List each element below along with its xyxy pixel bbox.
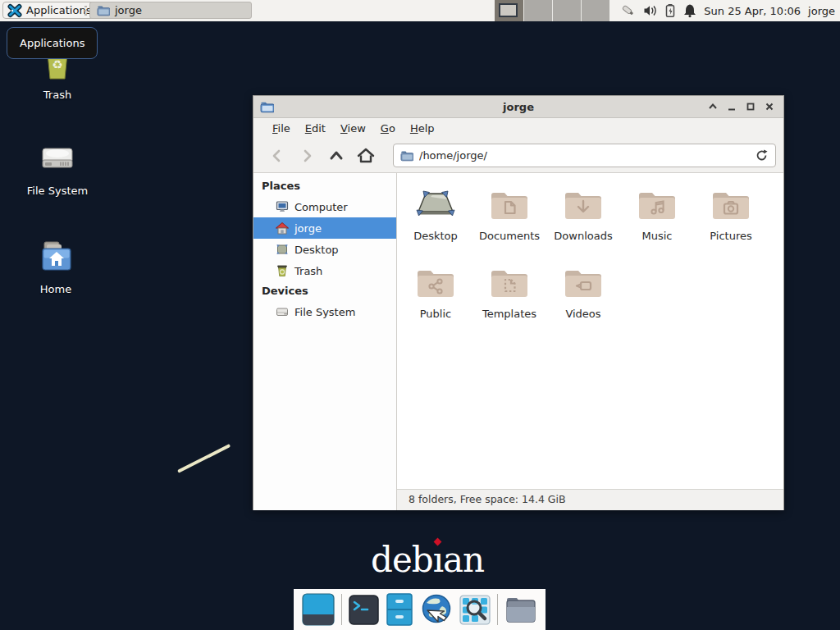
notifications-icon[interactable] bbox=[683, 3, 696, 18]
sidebar-item-computer[interactable]: Computer bbox=[253, 196, 396, 217]
sidebar-item-jorge[interactable]: jorge bbox=[253, 217, 396, 239]
file-list: Desktop Documents bbox=[397, 173, 783, 489]
close-button[interactable] bbox=[764, 101, 775, 112]
menu-file[interactable]: File bbox=[265, 120, 298, 137]
taskbar-window-label: jorge bbox=[115, 4, 142, 16]
folder-item-templates[interactable]: Templates bbox=[472, 258, 546, 336]
reload-icon[interactable] bbox=[755, 148, 769, 162]
web-browser-icon bbox=[420, 593, 453, 626]
sidebar-item-desktop[interactable]: Desktop bbox=[253, 239, 396, 260]
folder-item-downloads[interactable]: Downloads bbox=[546, 180, 620, 258]
shade-icon bbox=[708, 102, 718, 112]
workspace-2[interactable] bbox=[523, 0, 552, 21]
folder-item-public[interactable]: Public bbox=[399, 258, 472, 336]
menu-edit[interactable]: Edit bbox=[298, 120, 333, 137]
workspace-switcher[interactable] bbox=[495, 0, 609, 21]
xfce-logo-icon bbox=[7, 3, 22, 18]
desktop-special-icon bbox=[416, 189, 455, 221]
desktop-icon bbox=[276, 243, 289, 256]
sidebar-places-header: Places bbox=[253, 176, 396, 196]
folder-label: Templates bbox=[482, 308, 536, 320]
window-body: Places Computer jorge bbox=[253, 173, 783, 510]
desktop-icon-label: Home bbox=[40, 283, 71, 295]
debian-logo-i: ı bbox=[433, 540, 443, 580]
address-input[interactable] bbox=[419, 149, 749, 162]
back-button[interactable] bbox=[267, 145, 288, 167]
panel-username[interactable]: jorge bbox=[808, 5, 835, 17]
menu-view[interactable]: View bbox=[333, 120, 373, 137]
file-manager-icon bbox=[504, 595, 537, 624]
desktop: Applications jorge bbox=[0, 0, 840, 630]
folder-item-desktop[interactable]: Desktop bbox=[399, 180, 472, 258]
applications-button-label: Applications bbox=[26, 4, 91, 16]
up-button[interactable] bbox=[326, 145, 347, 167]
dock-separator bbox=[341, 594, 342, 625]
up-icon bbox=[328, 148, 345, 164]
folder-item-videos[interactable]: Videos bbox=[546, 258, 620, 336]
window-controls bbox=[707, 96, 775, 117]
show-desktop-button[interactable] bbox=[302, 593, 335, 626]
minimize-icon bbox=[727, 102, 737, 112]
pictures-folder-icon bbox=[711, 189, 751, 221]
status-text: 8 folders, Free space: 14.4 GiB bbox=[409, 493, 566, 505]
sidebar: Places Computer jorge bbox=[253, 173, 397, 510]
videos-folder-icon bbox=[564, 267, 603, 299]
menu-help[interactable]: Help bbox=[403, 120, 442, 137]
shade-button[interactable] bbox=[707, 101, 719, 112]
debian-logo-text: an bbox=[443, 540, 484, 580]
file-cabinet-launcher[interactable] bbox=[386, 593, 413, 626]
terminal-launcher[interactable] bbox=[349, 593, 379, 626]
public-folder-icon bbox=[416, 267, 455, 299]
folder-label: Public bbox=[420, 308, 451, 320]
clock[interactable]: Sun 25 Apr, 10:06 bbox=[704, 5, 801, 17]
folder-item-documents[interactable]: Documents bbox=[472, 180, 546, 258]
desktop-icon-label: Trash bbox=[43, 89, 71, 101]
menu-go[interactable]: Go bbox=[373, 120, 403, 137]
folder-label: Music bbox=[642, 230, 673, 242]
harddrive-icon bbox=[38, 139, 77, 178]
terminal-icon bbox=[349, 595, 379, 625]
sidebar-item-label: Trash bbox=[294, 265, 322, 277]
statusbar: 8 folders, Free space: 14.4 GiB bbox=[397, 489, 783, 510]
music-folder-icon bbox=[637, 189, 677, 221]
window-title: jorge bbox=[253, 101, 783, 113]
desktop-icon-filesystem[interactable]: File System bbox=[18, 139, 97, 197]
workspace-4[interactable] bbox=[581, 0, 609, 21]
top-panel: Applications jorge bbox=[0, 0, 840, 21]
workspace-window-thumb bbox=[499, 3, 518, 17]
maximize-button[interactable] bbox=[745, 101, 756, 112]
home-folder-icon bbox=[36, 237, 75, 276]
sidebar-item-label: Desktop bbox=[294, 244, 339, 256]
home-button[interactable] bbox=[355, 145, 377, 167]
sidebar-item-label: Computer bbox=[294, 201, 348, 213]
panel-grip[interactable] bbox=[84, 6, 87, 16]
battery-icon[interactable] bbox=[664, 3, 676, 18]
desktop-icon-home[interactable]: Home bbox=[16, 237, 95, 295]
right-pane: Desktop Documents bbox=[397, 173, 783, 510]
workspace-1[interactable] bbox=[495, 0, 523, 21]
workspace-3[interactable] bbox=[552, 0, 581, 21]
folder-item-pictures[interactable]: Pictures bbox=[694, 180, 768, 258]
sidebar-item-label: jorge bbox=[294, 222, 322, 235]
window-titlebar[interactable]: jorge bbox=[253, 96, 783, 118]
folder-label: Documents bbox=[479, 230, 540, 242]
minimize-button[interactable] bbox=[726, 101, 737, 112]
volume-icon[interactable] bbox=[643, 4, 657, 17]
taskbar-window-button[interactable]: jorge bbox=[89, 2, 252, 19]
file-cabinet-icon bbox=[386, 593, 413, 626]
file-manager-launcher[interactable] bbox=[504, 593, 537, 626]
maximize-icon bbox=[746, 102, 756, 112]
dock bbox=[294, 589, 546, 630]
marker-icon[interactable] bbox=[620, 3, 636, 18]
file-manager-window: jorge File Edit View Go Help bbox=[253, 95, 784, 510]
sidebar-item-filesystem[interactable]: File System bbox=[253, 301, 396, 322]
downloads-folder-icon bbox=[564, 189, 603, 221]
templates-folder-icon bbox=[490, 267, 529, 299]
address-bar[interactable] bbox=[393, 144, 776, 167]
folder-item-music[interactable]: Music bbox=[620, 180, 694, 258]
app-finder-launcher[interactable] bbox=[459, 593, 491, 626]
web-browser-launcher[interactable] bbox=[420, 593, 453, 626]
forward-button[interactable] bbox=[296, 145, 317, 167]
show-desktop-icon bbox=[302, 593, 335, 626]
sidebar-item-trash[interactable]: Trash bbox=[253, 260, 396, 281]
